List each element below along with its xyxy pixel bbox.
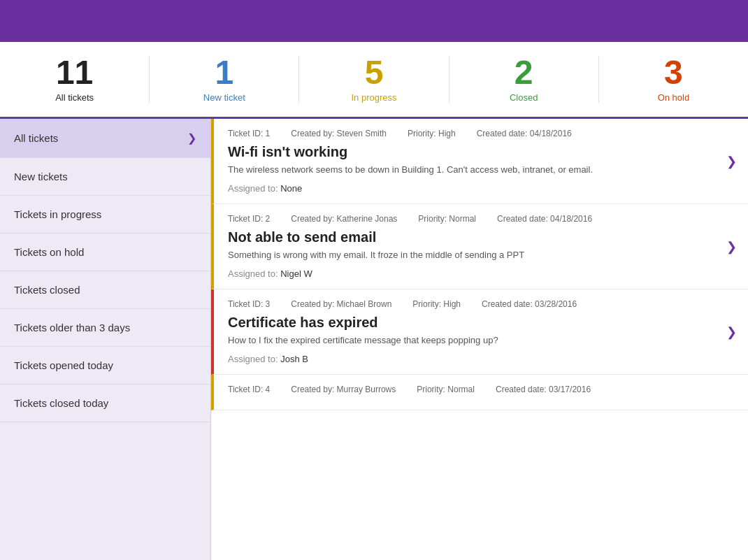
ticket-priority-2: Priority: Normal — [418, 214, 476, 224]
ticket-row-3[interactable]: Ticket ID: 3 Created by: Michael Brown P… — [211, 289, 748, 375]
ticket-chevron-2[interactable]: ❯ — [726, 239, 737, 254]
ticket-row-2[interactable]: Ticket ID: 2 Created by: Katherine Jonas… — [211, 204, 748, 289]
ticket-row-4[interactable]: Ticket ID: 4 Created by: Murray Burrows … — [211, 375, 748, 410]
ticket-description-3: How to I fix the expired certificate mes… — [228, 335, 734, 345]
ticket-created-by-2: Created by: Katherine Jonas — [291, 214, 397, 224]
ticket-assignee-2: Nigel W — [280, 268, 312, 279]
sidebar-item-closedtoday[interactable]: Tickets closed today — [0, 385, 210, 422]
ticket-date-4: Created date: 03/17/2016 — [496, 385, 591, 394]
ticket-chevron-3[interactable]: ❯ — [726, 324, 737, 340]
stat-label-onhold: On hold — [658, 92, 690, 103]
ticket-title-3: Certificate has expired — [228, 315, 734, 331]
ticket-id-3: Ticket ID: 3 — [228, 299, 270, 309]
sidebar-item-inprogress[interactable]: Tickets in progress — [0, 196, 210, 234]
stat-label-all: All tickets — [55, 92, 94, 103]
stat-number-new: 1 — [215, 56, 233, 89]
ticket-description-1: The wireless network seems to be down in… — [228, 164, 734, 175]
sidebar-item-label-all: All tickets — [14, 132, 58, 144]
ticket-created-by-1: Created by: Steven Smith — [291, 129, 387, 138]
stat-label-inprogress: In progress — [351, 92, 396, 103]
sidebar-item-label-onhold: Tickets on hold — [14, 246, 84, 258]
ticket-date-1: Created date: 04/18/2016 — [477, 129, 572, 138]
sidebar-item-closed[interactable]: Tickets closed — [0, 271, 210, 309]
ticket-meta-1: Ticket ID: 1 Created by: Steven Smith Pr… — [228, 129, 734, 138]
stat-number-onhold: 3 — [664, 56, 683, 89]
ticket-date-3: Created date: 03/28/2016 — [482, 299, 577, 309]
ticket-priority-1: Priority: High — [408, 129, 456, 138]
main-content: All tickets ❯ New tickets Tickets in pro… — [0, 119, 748, 560]
ticket-title-1: Wi-fi isn't working — [228, 144, 734, 160]
stat-number-all: 11 — [56, 56, 93, 89]
ticket-title-2: Not able to send email — [228, 229, 734, 245]
ticket-id-2: Ticket ID: 2 — [228, 214, 270, 224]
ticket-list: Ticket ID: 1 Created by: Steven Smith Pr… — [211, 119, 748, 560]
stat-number-closed: 2 — [515, 56, 533, 89]
sidebar-item-label-older: Tickets older than 3 days — [14, 322, 130, 333]
ticket-meta-4: Ticket ID: 4 Created by: Murray Burrows … — [228, 385, 734, 394]
ticket-row-1[interactable]: Ticket ID: 1 Created by: Steven Smith Pr… — [211, 119, 748, 204]
ticket-assigned-1: Assigned to: None — [228, 183, 734, 194]
sidebar-item-label-closed: Tickets closed — [14, 284, 80, 296]
ticket-assigned-3: Assigned to: Josh B — [228, 354, 734, 364]
stat-new[interactable]: 1 New ticket — [150, 56, 299, 103]
stat-onhold[interactable]: 3 On hold — [599, 56, 748, 103]
ticket-meta-3: Ticket ID: 3 Created by: Michael Brown P… — [228, 299, 734, 309]
stats-bar: 11 All tickets 1 New ticket 5 In progres… — [0, 42, 748, 119]
sidebar-item-today[interactable]: Tickets opened today — [0, 347, 210, 385]
sidebar-item-label-inprogress: Tickets in progress — [14, 208, 101, 220]
app-header — [0, 0, 748, 42]
sidebar-item-label-closedtoday: Tickets closed today — [14, 397, 108, 409]
ticket-assigned-2: Assigned to: Nigel W — [228, 268, 734, 279]
sidebar-item-label-today: Tickets opened today — [14, 359, 113, 371]
ticket-date-2: Created date: 04/18/2016 — [497, 214, 592, 224]
stat-closed[interactable]: 2 Closed — [449, 56, 599, 103]
stat-all[interactable]: 11 All tickets — [0, 56, 150, 103]
stat-label-new: New ticket — [203, 92, 245, 103]
sidebar-item-all[interactable]: All tickets ❯ — [0, 119, 210, 158]
ticket-assignee-3: Josh B — [280, 354, 308, 364]
ticket-meta-2: Ticket ID: 2 Created by: Katherine Jonas… — [228, 214, 734, 224]
ticket-priority-3: Priority: High — [412, 299, 461, 309]
ticket-created-by-4: Created by: Murray Burrows — [291, 385, 396, 394]
ticket-id-1: Ticket ID: 1 — [228, 129, 270, 138]
ticket-chevron-1[interactable]: ❯ — [726, 154, 737, 169]
sidebar-item-older[interactable]: Tickets older than 3 days — [0, 309, 210, 347]
ticket-created-by-3: Created by: Michael Brown — [291, 299, 391, 309]
stat-label-closed: Closed — [510, 92, 538, 103]
ticket-description-2: Something is wrong with my email. It fro… — [228, 250, 734, 260]
stat-inprogress[interactable]: 5 In progress — [299, 56, 449, 103]
sidebar: All tickets ❯ New tickets Tickets in pro… — [0, 119, 211, 560]
sidebar-item-label-new: New tickets — [14, 171, 68, 182]
sidebar-item-onhold[interactable]: Tickets on hold — [0, 234, 210, 271]
ticket-id-4: Ticket ID: 4 — [228, 385, 270, 394]
stat-number-inprogress: 5 — [365, 56, 384, 89]
ticket-priority-4: Priority: Normal — [417, 385, 475, 394]
sidebar-item-new[interactable]: New tickets — [0, 158, 210, 196]
sidebar-chevron-all: ❯ — [187, 131, 196, 145]
ticket-assignee-1: None — [280, 183, 302, 194]
